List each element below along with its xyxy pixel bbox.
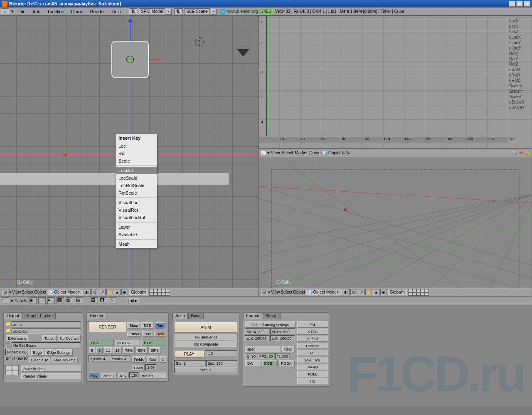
rgb-btn[interactable]: RGB [262,360,278,366]
tab-render[interactable]: Render [87,313,106,319]
fps-field[interactable]: FPS: 25 [258,353,275,359]
dither-field[interactable]: Dither: 0.000 [5,349,30,355]
sizey-field[interactable]: SizeY: 600 [270,329,295,335]
preset-pal[interactable]: PAL [297,321,328,328]
editor-type-icon-r[interactable]: ⊞ [261,289,267,295]
folder-icon-2[interactable]: 📁 [5,328,11,333]
tab-output[interactable]: Output [4,313,22,319]
[interactable]: Save Buffers [21,366,81,372]
osa8-btn[interactable]: 8 [96,347,103,353]
pct100-btn[interactable]: 100% [141,340,166,346]
menu-timeline[interactable]: Timeline [44,9,67,14]
viewport-top-ortho[interactable]: zx (1) Cube Insert Key Loc Rot Scale Loc… [0,16,259,296]
preset-pc[interactable]: PC [297,350,328,356]
vp-select[interactable]: Select [22,290,34,294]
fpsbase-field[interactable]: / 1.000 [275,353,290,359]
yparts-field[interactable]: Yparts: 4 [110,356,131,362]
folder-icon[interactable]: 📁 [5,321,11,327]
editor-type-icon[interactable]: ⊞ [2,289,8,295]
disable-tex-btn[interactable]: Disable Te [29,357,50,363]
orient-icon[interactable]: ◉ [121,289,128,295]
x-btn[interactable]: X [160,356,166,363]
bw-btn[interactable]: BW [245,360,261,366]
ctx-mesh[interactable]: Mesh [116,240,157,248]
manipulator-icon[interactable]: ↗ [99,289,106,295]
ipo-channel-list[interactable]: LocXLocYLocZ dLocXdLocYdLocZ RotXRotYRot… [509,18,531,110]
vp-view[interactable]: View [12,290,21,294]
step-field[interactable]: Step: 1 [174,367,237,373]
ipo-zoom-icon[interactable]: 🔍 [512,151,517,155]
vp-view-r[interactable]: View [271,290,280,294]
border-btn[interactable]: Border [140,373,166,379]
aspy-field[interactable]: spY: 100.00 [270,335,295,341]
osa-btn[interactable]: OSA [89,340,114,346]
do-composite-btn[interactable]: Do Composite [175,341,238,347]
orientation-selector[interactable]: Global ⇅ [129,289,148,295]
ipo-editor-icon[interactable]: 📈 [261,151,266,155]
end-field[interactable]: End: 250 [206,360,238,366]
ctx-visualloc[interactable]: VisualLoc [116,199,157,206]
screen-selector[interactable]: SR:2-Model [139,8,165,15]
close-button[interactable]: × [524,1,530,7]
extensions-btn[interactable]: Extensions [6,335,28,341]
preset-preview[interactable]: Preview [297,343,328,349]
noset-scene[interactable]: No Set Scene [12,342,81,348]
hand-icon[interactable]: ✋ [106,289,113,295]
edge-btn[interactable]: Edge [31,349,44,356]
play-button[interactable]: PLAY [174,350,204,358]
vp-select-r[interactable]: Select [281,290,293,294]
mode-selector[interactable]: 🧊 Object Mode ⇅ [47,289,83,295]
preset-pal169[interactable]: PAL 16:9 [297,357,328,363]
sizex-field[interactable]: SizeX: 800 [245,329,270,335]
tab-anim[interactable]: Anim [172,313,188,319]
osa16-btn[interactable]: 16 [113,347,122,353]
frame-field[interactable]: ◀ 1 ▶ [128,298,139,304]
pct75-btn[interactable]: 75% [123,347,135,353]
fields-btn[interactable]: Fields [132,356,146,363]
globe-icon[interactable] [220,9,226,15]
shading-icon[interactable]: ◐ [84,289,91,295]
backbuf-path[interactable]: //backbuf [12,328,81,334]
scene-icon[interactable]: ⬚ [5,342,11,348]
camera-icon[interactable] [237,49,249,57]
ctx-scale[interactable]: Scale [116,157,157,165]
sub-anim-icon[interactable]: 🎞 [100,297,107,304]
context-object-icon[interactable]: ⬛ [57,297,64,304]
sky-btn[interactable]: Sky [89,373,99,379]
layer-buttons-r[interactable] [408,289,429,296]
screen-delete[interactable]: × [166,9,172,15]
sub-sound-icon[interactable]: 🔊 [109,297,116,304]
rt-field[interactable]: rt: 0 [205,350,238,356]
ipo-current-frame[interactable] [267,16,268,136]
sub-render-icon[interactable]: 🖼 [91,297,98,304]
preset-ntsc[interactable]: NTSC [297,329,328,335]
gaus-val[interactable]: 1.00 [145,364,156,371]
vp-object[interactable]: Object [34,290,46,294]
aspx-field[interactable]: spX: 100.00 [245,335,270,341]
cube-object[interactable] [111,41,149,78]
threads-icon[interactable]: ⚙ [5,356,11,362]
ipo-marker[interactable]: Marker [295,151,308,155]
ctx-layer[interactable]: Layer [116,223,157,231]
scene-delete[interactable]: × [211,9,217,15]
ipo-lock-icon[interactable]: 🔒 [525,151,530,155]
crop-btn[interactable]: Crop [282,346,295,352]
hand-icon-r[interactable]: ✋ [365,289,372,295]
pct25-btn[interactable]: 25% [149,347,160,353]
mblur-btn[interactable]: MBLUR [115,340,140,346]
preset-full[interactable]: FULL [297,371,328,377]
pivot-icon-r[interactable]: ⊙ [350,289,357,295]
scene-selector[interactable]: SCE:Scene [184,8,210,15]
menu-file[interactable]: File [15,9,29,14]
shading-icon-r[interactable]: ◐ [343,289,350,295]
maximize-button[interactable]: ▭ [516,1,523,7]
ipo-select[interactable]: Select [282,151,293,155]
shad-btn[interactable]: Shad [127,322,140,329]
ipo-pin-icon[interactable]: 📌 [518,151,523,155]
ipo-type-selector[interactable]: 🧊 Object ⇅ [322,151,345,155]
ctx-locrotscale[interactable]: LocRotScale [116,182,157,189]
ctx-rot[interactable]: Rot [116,150,157,157]
ipo-editor[interactable]: 4 2 0 -2 -4 LocXLocYLocZ dLocXdLocYdLocZ… [259,16,532,149]
envm-btn[interactable]: EnvM [127,331,141,337]
screen-browse-icon[interactable]: ⇅ [129,8,137,15]
